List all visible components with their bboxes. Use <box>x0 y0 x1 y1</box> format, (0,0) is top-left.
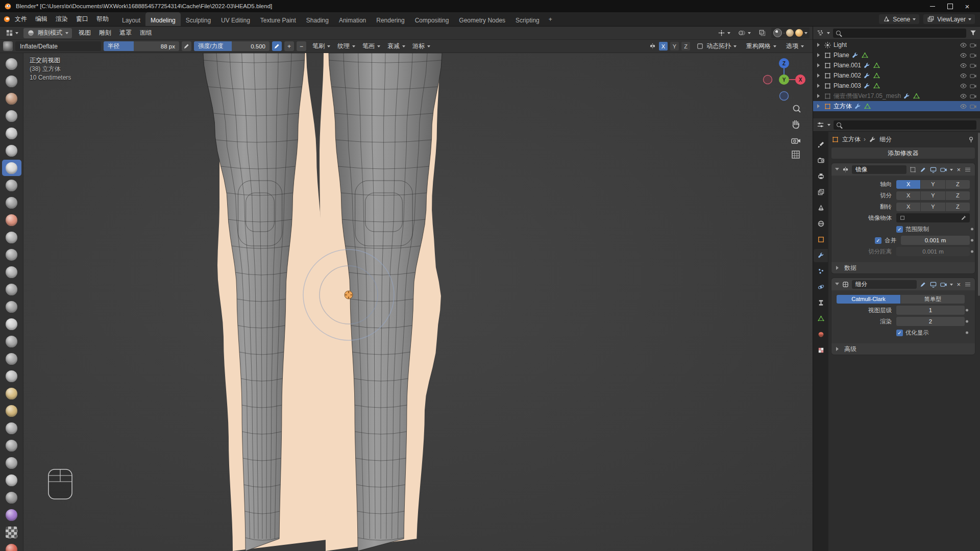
viewport-menu-面组[interactable]: 面组 <box>136 28 156 38</box>
delete-modifier-icon[interactable]: × <box>955 281 962 288</box>
properties-tab-object[interactable] <box>814 233 828 246</box>
levels-viewport-field[interactable]: 1 <box>896 306 965 315</box>
tool-snake-hook[interactable] <box>2 350 21 367</box>
add-workspace-button[interactable]: + <box>545 16 556 23</box>
strength-slider[interactable]: 强度/力度0.500 <box>194 41 270 51</box>
delete-modifier-icon[interactable]: × <box>955 166 962 173</box>
properties-tab-texture[interactable] <box>814 344 828 357</box>
outliner-item-Plane.003[interactable]: Plane.003 <box>813 81 980 91</box>
direction-add-button[interactable]: + <box>284 41 294 51</box>
expand-icon[interactable] <box>835 168 839 172</box>
mirror-data-subpanel[interactable]: 数据 <box>831 262 975 273</box>
menu-编辑[interactable]: 编辑 <box>31 14 52 24</box>
minimize-button[interactable] <box>924 0 941 12</box>
gizmo-neg-z[interactable] <box>780 92 789 101</box>
tool-clay-thumb[interactable] <box>2 125 21 141</box>
workspace-tab-modeling[interactable]: Modeling <box>145 12 181 26</box>
add-modifier-button[interactable]: 添加修改器 <box>831 147 975 159</box>
brush-panel-笔刷[interactable]: 笔刷 <box>309 41 334 51</box>
properties-tab-scene[interactable] <box>814 202 828 215</box>
bisect-x-button[interactable]: X <box>896 191 920 200</box>
eyedropper-icon[interactable] <box>961 215 967 221</box>
tool-elastic-deform[interactable] <box>2 333 21 349</box>
flip-y-button[interactable]: Y <box>921 203 945 211</box>
on-cage-toggle-icon[interactable] <box>909 166 917 173</box>
properties-tab-world[interactable] <box>814 217 828 231</box>
menu-帮助[interactable]: 帮助 <box>92 14 113 24</box>
tool-draw-face-sets[interactable] <box>2 507 21 523</box>
realtime-toggle-icon[interactable] <box>929 166 937 173</box>
shading-wireframe-button[interactable] <box>773 29 782 37</box>
viewport-menu-遮罩[interactable]: 遮罩 <box>115 28 136 38</box>
gizmos-toggle[interactable] <box>715 28 733 38</box>
direction-subtract-button[interactable]: − <box>297 41 306 51</box>
properties-tab-view-layer[interactable] <box>814 186 828 199</box>
3d-canvas[interactable]: X Z Y <box>0 53 813 551</box>
simple-button[interactable]: 简单型 <box>901 295 965 304</box>
expand-icon[interactable] <box>817 94 822 98</box>
tool-smooth[interactable] <box>2 212 21 228</box>
xray-toggle[interactable] <box>756 28 769 38</box>
tool-thumb[interactable] <box>2 368 21 384</box>
animate-decorator[interactable] <box>971 251 973 253</box>
outliner-item-Plane[interactable]: Plane <box>813 50 980 60</box>
workspace-tab-layout[interactable]: Layout <box>117 12 145 26</box>
tool-draw-sharp[interactable] <box>2 73 21 89</box>
properties-tab-modifiers[interactable] <box>814 249 828 262</box>
workspace-tab-geometry-nodes[interactable]: Geometry Nodes <box>454 12 510 26</box>
brush-name-field[interactable]: Inflate/Deflate <box>15 41 101 51</box>
properties-tab-object-data[interactable] <box>814 312 828 325</box>
tool-draw[interactable] <box>2 56 21 72</box>
merge-checkbox[interactable]: ✓ <box>875 237 881 244</box>
symmetry-z-button[interactable]: Z <box>681 42 690 51</box>
workspace-tab-rendering[interactable]: Rendering <box>371 12 409 26</box>
expand-icon[interactable] <box>817 53 822 57</box>
brush-panel-游标[interactable]: 游标 <box>409 41 434 51</box>
expand-icon[interactable] <box>817 104 822 108</box>
modifier-name-field[interactable]: 细分 <box>852 280 917 289</box>
animate-decorator[interactable] <box>971 239 973 242</box>
tool-clay-strips[interactable] <box>2 108 21 124</box>
gizmo-neg-x[interactable] <box>764 76 772 84</box>
overlays-toggle[interactable] <box>736 28 753 38</box>
properties-editor-icon[interactable] <box>817 121 824 129</box>
drag-handle-icon[interactable] <box>964 283 971 286</box>
view-layer-selector[interactable]: ViewLayer <box>923 14 975 24</box>
3d-scene[interactable]: X Z Y <box>0 53 813 551</box>
animate-decorator[interactable] <box>966 320 968 323</box>
workspace-tab-compositing[interactable]: Compositing <box>410 12 454 26</box>
tool-boundary[interactable] <box>2 455 21 471</box>
catmull-clark-button[interactable]: Catmull-Clark <box>837 295 900 304</box>
symmetry-x-button[interactable]: X <box>659 42 668 51</box>
tool-multiplane-scrape[interactable] <box>2 281 21 297</box>
tool-slide-relax[interactable] <box>2 437 21 454</box>
tool-pose[interactable] <box>2 385 21 402</box>
workspace-tab-uv-editing[interactable]: UV Editing <box>216 12 255 26</box>
tool-fill[interactable] <box>2 246 21 263</box>
outliner-item-俪壹儹偭Ver17.05_mesh[interactable]: 俪壹儹偭Ver17.05_mesh <box>813 91 980 101</box>
subdivision-advanced-subpanel[interactable]: 高级 <box>831 343 975 355</box>
bisect-y-button[interactable]: Y <box>921 191 945 200</box>
tool-nudge[interactable] <box>2 403 21 419</box>
viewport-menu-雕刻[interactable]: 雕刻 <box>95 28 115 38</box>
animate-decorator[interactable] <box>966 309 968 312</box>
tool-layer[interactable] <box>2 142 21 159</box>
mode-selector[interactable]: 雕刻模式 <box>23 28 72 38</box>
outliner-item-立方体[interactable]: 立方体 <box>813 101 980 111</box>
workspace-tab-shading[interactable]: Shading <box>301 12 334 26</box>
tool-blob[interactable] <box>2 177 21 193</box>
expand-icon[interactable] <box>817 84 822 88</box>
render-toggle-icon[interactable] <box>940 166 947 173</box>
extras-dropdown-icon[interactable] <box>950 169 953 172</box>
symmetry-y-button[interactable]: Y <box>670 42 679 51</box>
brush-thumbnail[interactable] <box>3 41 13 51</box>
strength-pressure-button[interactable] <box>272 41 282 51</box>
workspace-tab-texture-paint[interactable]: Texture Paint <box>255 12 301 26</box>
levels-render-field[interactable]: 2 <box>896 317 965 326</box>
mirror-axis-x-button[interactable]: X <box>896 180 920 189</box>
editor-type-button[interactable] <box>3 28 21 38</box>
options-dropdown[interactable]: 选项 <box>782 41 807 51</box>
menu-窗口[interactable]: 窗口 <box>72 14 92 24</box>
drag-handle-icon[interactable] <box>964 168 971 171</box>
clipping-checkbox[interactable]: ✓ <box>896 226 903 233</box>
